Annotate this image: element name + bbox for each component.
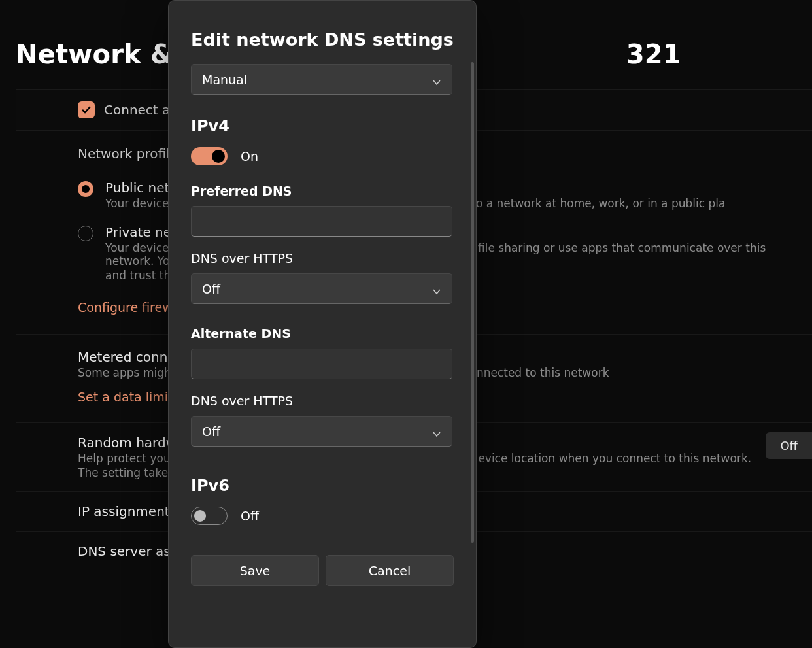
ipv4-toggle[interactable] bbox=[191, 147, 228, 165]
dialog-title: Edit network DNS settings bbox=[191, 29, 456, 50]
ipv6-toggle-label: Off bbox=[241, 509, 259, 523]
ipv6-toggle[interactable] bbox=[191, 507, 228, 525]
public-network-radio[interactable] bbox=[78, 181, 93, 197]
ipv4-toggle-label: On bbox=[241, 149, 258, 163]
doh-alternate-label: DNS over HTTPS bbox=[191, 394, 456, 408]
connect-automatically-checkbox[interactable] bbox=[78, 101, 95, 118]
doh-preferred-value: Off bbox=[202, 282, 220, 296]
dns-mode-select[interactable]: Manual bbox=[191, 64, 452, 95]
save-button[interactable]: Save bbox=[191, 555, 319, 586]
chevron-down-icon bbox=[432, 427, 441, 436]
doh-alternate-value: Off bbox=[202, 424, 220, 439]
edit-dns-dialog: Edit network DNS settings Manual IPv4 On… bbox=[168, 0, 477, 648]
ipv6-heading: IPv6 bbox=[191, 477, 456, 495]
doh-preferred-label: DNS over HTTPS bbox=[191, 251, 456, 265]
ipv4-heading: IPv4 bbox=[191, 117, 456, 135]
private-network-radio[interactable] bbox=[78, 226, 93, 241]
doh-preferred-select[interactable]: Off bbox=[191, 273, 452, 304]
preferred-dns-input[interactable] bbox=[191, 206, 452, 237]
alternate-dns-input[interactable] bbox=[191, 349, 452, 379]
modal-scrollbar[interactable] bbox=[471, 62, 474, 543]
cancel-button[interactable]: Cancel bbox=[326, 555, 454, 586]
random-hw-toggle[interactable]: Off bbox=[766, 432, 812, 459]
checkmark-icon bbox=[81, 105, 92, 115]
preferred-dns-label: Preferred DNS bbox=[191, 184, 456, 198]
breadcrumb-suffix: 321 bbox=[626, 39, 681, 69]
chevron-down-icon bbox=[432, 75, 441, 84]
doh-alternate-select[interactable]: Off bbox=[191, 416, 452, 447]
alternate-dns-label: Alternate DNS bbox=[191, 326, 456, 341]
chevron-down-icon bbox=[432, 284, 441, 294]
dns-mode-value: Manual bbox=[202, 73, 247, 87]
